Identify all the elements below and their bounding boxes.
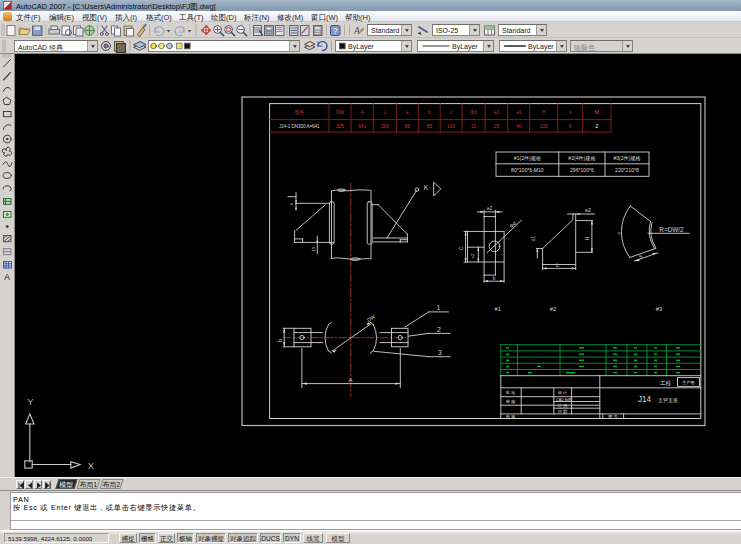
svg-text:J14-1 DN300 A=641: J14-1 DN300 A=641 bbox=[279, 124, 320, 129]
svg-text:H: H bbox=[584, 236, 590, 240]
svg-text:2: 2 bbox=[595, 123, 598, 129]
svg-text:L: L bbox=[556, 262, 559, 268]
svg-text:日 期: 日 期 bbox=[558, 409, 568, 414]
svg-text:296*100*6: 296*100*6 bbox=[570, 167, 594, 173]
svg-text:3: 3 bbox=[438, 349, 442, 356]
svg-text:图 号: 图 号 bbox=[608, 414, 618, 419]
svg-text:100: 100 bbox=[540, 124, 548, 129]
svg-text:#2: #2 bbox=[550, 306, 556, 312]
svg-text:S: S bbox=[638, 253, 644, 260]
svg-text:15: 15 bbox=[311, 246, 316, 251]
svg-text:e: e bbox=[406, 110, 409, 115]
svg-text:DW: DW bbox=[336, 110, 344, 115]
svg-text:85: 85 bbox=[427, 124, 433, 129]
svg-text:40: 40 bbox=[516, 124, 522, 129]
svg-text:e1: e1 bbox=[516, 110, 522, 115]
svg-text:a: a bbox=[616, 231, 622, 235]
svg-text:K: K bbox=[424, 184, 429, 191]
svg-text:641: 641 bbox=[358, 124, 366, 129]
svg-text:型号: 型号 bbox=[295, 109, 305, 115]
svg-text:e1: e1 bbox=[531, 236, 536, 242]
svg-text:e2: e2 bbox=[494, 110, 500, 115]
svg-text:Y: Y bbox=[27, 396, 34, 407]
svg-text:86: 86 bbox=[405, 124, 411, 129]
svg-text:A: A bbox=[361, 110, 365, 115]
svg-text:R=DW/2: R=DW/2 bbox=[659, 226, 684, 233]
svg-text:校 核: 校 核 bbox=[506, 414, 516, 419]
svg-text:M: M bbox=[595, 109, 600, 115]
svg-text:c: c bbox=[450, 110, 453, 115]
svg-text:296: 296 bbox=[381, 124, 389, 129]
svg-text:e2: e2 bbox=[585, 207, 591, 213]
svg-text:审 核: 审 核 bbox=[506, 399, 516, 404]
svg-text:批 准: 批 准 bbox=[505, 390, 516, 395]
svg-text:100: 100 bbox=[447, 124, 455, 129]
svg-text:H: H bbox=[542, 110, 546, 115]
svg-text:80*100*6-M10: 80*100*6-M10 bbox=[511, 167, 544, 173]
svg-text:s: s bbox=[569, 110, 572, 115]
svg-text:L: L bbox=[384, 110, 387, 115]
svg-text:?: ? bbox=[333, 26, 338, 36]
svg-text:J14: J14 bbox=[638, 395, 652, 404]
svg-text:325: 325 bbox=[336, 124, 344, 129]
svg-text:#2(4件)规格: #2(4件)规格 bbox=[568, 155, 595, 162]
svg-text:设 计: 设 计 bbox=[558, 390, 568, 395]
svg-text:6: 6 bbox=[290, 203, 294, 205]
svg-text:生产图: 生产图 bbox=[682, 380, 695, 385]
svg-text:DW: DW bbox=[366, 313, 377, 323]
svg-text:b: b bbox=[493, 276, 496, 281]
svg-text:e2: e2 bbox=[487, 206, 493, 211]
svg-text:X: X bbox=[88, 460, 95, 471]
svg-text:A: A bbox=[4, 272, 10, 282]
svg-text:Φd: Φd bbox=[470, 110, 477, 115]
svg-text:1: 1 bbox=[437, 304, 441, 311]
svg-text:工程: 工程 bbox=[660, 380, 672, 387]
svg-text:A: A bbox=[348, 377, 352, 383]
svg-text:支管支座: 支管支座 bbox=[658, 397, 678, 404]
svg-text:C: C bbox=[458, 246, 464, 250]
svg-text:#3: #3 bbox=[656, 306, 662, 312]
svg-text:10: 10 bbox=[471, 124, 477, 129]
svg-text:b: b bbox=[277, 339, 283, 342]
svg-text:2: 2 bbox=[437, 326, 441, 333]
svg-text:e2: e2 bbox=[470, 253, 475, 258]
svg-text:b: b bbox=[428, 110, 431, 115]
svg-text:CAD 制图: CAD 制图 bbox=[556, 398, 572, 402]
svg-text:Φd: Φd bbox=[508, 220, 517, 229]
svg-text:#3(2件)规格: #3(2件)规格 bbox=[613, 155, 640, 162]
svg-text:25: 25 bbox=[494, 124, 500, 129]
svg-text:220*210*8: 220*210*8 bbox=[615, 167, 639, 173]
svg-text:A: A bbox=[353, 26, 360, 36]
svg-text:#1(2件)规格: #1(2件)规格 bbox=[514, 155, 541, 162]
svg-text:6: 6 bbox=[569, 124, 572, 129]
svg-text:#1: #1 bbox=[495, 306, 501, 312]
